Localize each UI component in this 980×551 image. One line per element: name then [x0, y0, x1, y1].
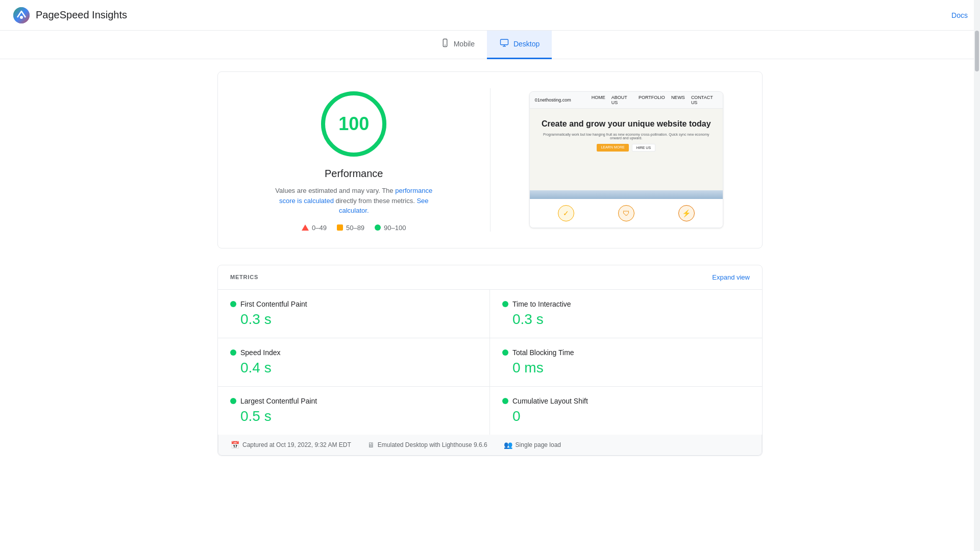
tab-desktop-label: Desktop	[513, 40, 540, 48]
expand-view-button[interactable]: Expand view	[712, 273, 750, 281]
metric-fcp-name-row: First Contentful Paint	[230, 300, 477, 308]
metric-lcp-dot	[230, 398, 236, 404]
footer-captured-text: Captured at Oct 19, 2022, 9:32 AM EDT	[242, 441, 351, 448]
legend-orange: 50–89	[337, 224, 364, 232]
metric-tti-dot	[502, 301, 508, 307]
score-number: 100	[338, 113, 369, 135]
tab-mobile[interactable]: Mobile	[428, 31, 487, 59]
metric-cls-value: 0	[502, 408, 750, 424]
footer-bar: 📅 Captured at Oct 19, 2022, 9:32 AM EDT …	[218, 435, 762, 456]
badge-lightning: ⚡	[678, 205, 695, 221]
orange-square-icon	[337, 224, 343, 231]
metric-tbt-value: 0 ms	[502, 360, 750, 376]
main-content: 100 Performance Values are estimated and…	[209, 59, 771, 468]
docs-link[interactable]: Docs	[951, 11, 968, 19]
badge-check: ✓	[558, 205, 574, 221]
scrollbar-thumb[interactable]	[975, 31, 979, 71]
nav-portfolio: PORTFOLIO	[639, 95, 665, 105]
metric-si: Speed Index 0.4 s	[218, 338, 490, 387]
metric-tbt-dot	[502, 349, 508, 356]
metric-cls-name: Cumulative Layout Shift	[512, 397, 588, 405]
screenshot-nav-links: HOME ABOUT US PORTFOLIO NEWS CONTACT US	[592, 95, 718, 105]
score-section: 100 Performance Values are estimated and…	[217, 71, 763, 248]
logo-area: PageSpeed Insights	[12, 6, 127, 24]
app-title: PageSpeed Insights	[36, 9, 127, 21]
metrics-grid: First Contentful Paint 0.3 s Time to Int…	[218, 290, 762, 435]
metric-tti: Time to Interactive 0.3 s	[490, 290, 762, 338]
metric-tti-name: Time to Interactive	[512, 300, 571, 308]
hire-us-btn: HIRE US	[632, 144, 655, 152]
screenshot-card: 01nethosting.com HOME ABOUT US PORTFOLIO…	[529, 91, 723, 228]
tab-desktop[interactable]: Desktop	[487, 31, 552, 59]
metric-fcp-name: First Contentful Paint	[240, 300, 307, 308]
metric-si-name: Speed Index	[240, 348, 281, 357]
pagespeed-logo-icon	[12, 6, 31, 24]
metric-lcp-name: Largest Contentful Paint	[240, 397, 317, 405]
score-circle: 100	[318, 88, 389, 160]
score-description: Values are estimated and may vary. The p…	[267, 186, 440, 216]
svg-point-2	[20, 16, 23, 19]
metric-fcp-dot	[230, 301, 236, 307]
metric-si-name-row: Speed Index	[230, 348, 477, 357]
legend-green: 90–100	[375, 224, 406, 232]
metric-si-dot	[230, 349, 236, 356]
metric-lcp: Largest Contentful Paint 0.5 s	[218, 387, 490, 435]
footer-load-type: 👥 Single page load	[504, 441, 561, 449]
monitor-icon: 🖥	[368, 441, 375, 449]
screenshot-image: 01nethosting.com HOME ABOUT US PORTFOLIO…	[530, 92, 723, 199]
metric-tbt: Total Blocking Time 0 ms	[490, 338, 762, 387]
score-legend: 0–49 50–89 90–100	[302, 224, 406, 232]
user-icon: 👥	[504, 441, 512, 449]
screenshot-nav: 01nethosting.com HOME ABOUT US PORTFOLIO…	[530, 92, 723, 109]
metric-fcp-value: 0.3 s	[230, 311, 477, 328]
metric-cls-name-row: Cumulative Layout Shift	[502, 397, 750, 405]
badge-shield: 🛡	[618, 205, 634, 221]
metric-lcp-value: 0.5 s	[230, 408, 477, 424]
metric-tti-value: 0.3 s	[502, 311, 750, 328]
score-label: Performance	[325, 168, 383, 180]
score-desc-mid: directly from these metrics.	[336, 197, 417, 205]
metric-tbt-name-row: Total Blocking Time	[502, 348, 750, 357]
score-left: 100 Performance Values are estimated and…	[230, 88, 478, 232]
metrics-section: METRICS Expand view First Contentful Pai…	[217, 265, 763, 456]
footer-emulated-text: Emulated Desktop with Lighthouse 9.6.6	[378, 441, 487, 448]
screenshot-buttons: LEARN MORE HIRE US	[597, 144, 655, 152]
scrollbar[interactable]	[974, 0, 980, 468]
screenshot-hero-text: Programmatically work but low hanging fr…	[538, 133, 715, 140]
metric-tti-name-row: Time to Interactive	[502, 300, 750, 308]
legend-red: 0–49	[302, 224, 327, 232]
metric-cls: Cumulative Layout Shift 0	[490, 387, 762, 435]
nav-contact: CONTACT US	[691, 95, 718, 105]
legend-green-range: 90–100	[384, 224, 406, 232]
screenshot-mountain	[530, 190, 723, 199]
learn-more-btn: LEARN MORE	[597, 144, 628, 152]
screenshot-hero: Create and grow your unique website toda…	[530, 109, 723, 190]
svg-rect-5	[500, 39, 508, 45]
nav-home: HOME	[592, 95, 605, 105]
header: PageSpeed Insights Docs	[0, 0, 980, 31]
metric-tbt-name: Total Blocking Time	[512, 348, 574, 357]
metrics-title: METRICS	[230, 274, 258, 280]
metric-si-value: 0.4 s	[230, 360, 477, 376]
calendar-icon: 📅	[231, 441, 239, 449]
nav-news: NEWS	[671, 95, 685, 105]
score-desc-text: Values are estimated and may vary. The	[275, 187, 393, 194]
desktop-icon	[499, 38, 509, 50]
metrics-header: METRICS Expand view	[218, 265, 762, 290]
score-divider	[490, 88, 491, 232]
metric-fcp: First Contentful Paint 0.3 s	[218, 290, 490, 338]
metric-lcp-name-row: Largest Contentful Paint	[230, 397, 477, 405]
footer-captured: 📅 Captured at Oct 19, 2022, 9:32 AM EDT	[231, 441, 351, 449]
tabs-bar: Mobile Desktop	[0, 31, 980, 59]
legend-red-range: 0–49	[312, 224, 327, 232]
score-right: 01nethosting.com HOME ABOUT US PORTFOLIO…	[503, 91, 750, 228]
metric-cls-dot	[502, 398, 508, 404]
nav-about: ABOUT US	[611, 95, 632, 105]
footer-load-text: Single page load	[516, 441, 561, 448]
mobile-icon	[440, 38, 450, 50]
screenshot-icons: ✓ 🛡 ⚡	[530, 199, 723, 228]
screenshot-hero-title: Create and grow your unique website toda…	[542, 119, 711, 130]
green-circle-icon	[375, 224, 381, 231]
svg-point-1	[13, 7, 30, 23]
legend-orange-range: 50–89	[346, 224, 364, 232]
